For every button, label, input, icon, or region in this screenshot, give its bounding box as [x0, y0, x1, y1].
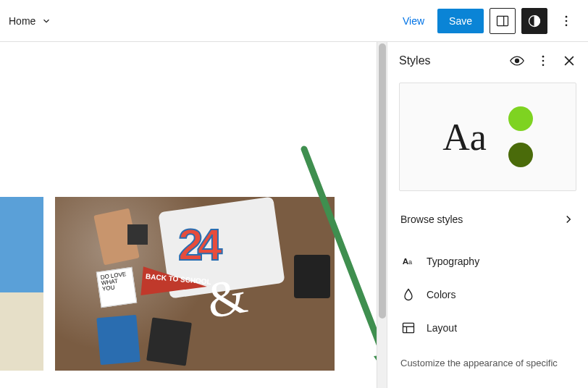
styles-sidebar: Styles Aa Browse styles	[387, 42, 588, 388]
style-preview-card[interactable]: Aa	[399, 83, 576, 191]
preview-color-swatches	[508, 106, 533, 167]
browse-styles-label: Browse styles	[400, 214, 463, 225]
gallery-block[interactable]: 24 DO LOVE WHAT YOU BACK TO SCHOOL &	[0, 197, 335, 371]
chevron-down-icon	[41, 16, 51, 26]
save-button[interactable]: Save	[437, 9, 484, 33]
layout-icon	[400, 320, 416, 336]
chevron-right-icon	[562, 213, 575, 226]
page-name: Home	[9, 15, 35, 27]
more-vertical-icon[interactable]	[536, 54, 550, 68]
browse-styles-row[interactable]: Browse styles	[387, 203, 588, 236]
close-icon[interactable]	[562, 54, 576, 68]
canvas-scrollbar[interactable]	[377, 42, 387, 388]
eye-icon[interactable]	[510, 54, 524, 68]
svg-rect-0	[497, 16, 508, 25]
svg-point-8	[516, 59, 519, 63]
droplet-icon	[400, 287, 416, 303]
swatch-light	[508, 106, 533, 131]
more-options-button[interactable]	[553, 8, 579, 34]
svg-point-9	[542, 56, 545, 58]
view-link[interactable]: View	[395, 11, 432, 31]
style-options-list: Aa Typography Colors Layout	[387, 245, 588, 345]
editor-canvas[interactable]: 24 DO LOVE WHAT YOU BACK TO SCHOOL &	[0, 42, 377, 388]
contrast-icon	[527, 14, 542, 28]
typography-label: Typography	[427, 256, 479, 267]
gallery-image-2[interactable]: 24 DO LOVE WHAT YOU BACK TO SCHOOL &	[55, 197, 335, 371]
typography-option[interactable]: Aa Typography	[387, 245, 588, 278]
toolbar-actions: View Save	[395, 8, 579, 34]
gallery-image-1[interactable]	[0, 197, 43, 371]
page-selector[interactable]: Home	[9, 15, 51, 27]
colors-option[interactable]: Colors	[387, 278, 588, 311]
styles-panel-toggle[interactable]	[521, 8, 547, 34]
main-area: 24 DO LOVE WHAT YOU BACK TO SCHOOL & Sty…	[0, 42, 588, 388]
scrollbar-thumb[interactable]	[379, 43, 386, 319]
swatch-dark	[508, 143, 533, 167]
colors-label: Colors	[427, 289, 455, 300]
svg-point-5	[566, 24, 568, 26]
layout-label: Layout	[427, 322, 457, 334]
svg-point-3	[566, 15, 568, 17]
more-vertical-icon	[559, 14, 574, 28]
preview-typography-sample: Aa	[442, 116, 487, 159]
svg-point-4	[566, 20, 568, 22]
top-toolbar: Home View Save	[0, 0, 588, 42]
customize-hint-text: Customize the appearance of specific	[387, 345, 588, 368]
settings-panel-toggle[interactable]	[490, 8, 516, 34]
typography-icon: Aa	[400, 253, 416, 269]
sidebar-header: Styles	[387, 42, 588, 77]
svg-rect-16	[403, 323, 414, 332]
svg-point-10	[542, 60, 545, 62]
sidebar-icon	[495, 14, 510, 28]
layout-option[interactable]: Layout	[387, 311, 588, 345]
svg-text:a: a	[408, 258, 413, 266]
svg-point-11	[542, 64, 545, 67]
sidebar-header-actions	[510, 54, 576, 68]
sidebar-title: Styles	[399, 54, 431, 67]
